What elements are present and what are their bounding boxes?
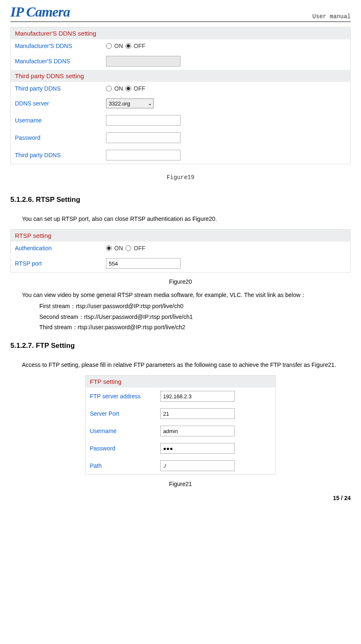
row-ddns-server: DDNS server 3322.org ⌄ <box>11 95 350 112</box>
ddns-panel: Manufacturer'S DDNS setting Manufacturer… <box>10 27 351 164</box>
input-ftp-pass[interactable] <box>160 443 235 454</box>
row-password: Password <box>11 129 350 146</box>
row-tp-ddns2: Third party DDNS <box>11 146 350 164</box>
input-mfr-ddns[interactable] <box>106 56 180 67</box>
label-ftp-path: Path <box>90 462 160 469</box>
radio-label-on: ON <box>114 43 123 49</box>
select-ddns-server[interactable]: 3322.org ⌄ <box>106 98 154 108</box>
label-mfr-ddns2: Manufactuer'S DDNS <box>15 58 106 65</box>
text-stream2: Second stream：rtsp://User:password@IP:rt… <box>39 312 351 322</box>
label-mfr-ddns: Manufacturer'S DDNS <box>15 43 106 49</box>
input-ftp-addr[interactable] <box>160 391 235 402</box>
row-mfr-ddns: Manufacturer'S DDNS ON OFF <box>11 39 350 53</box>
input-ftp-user[interactable] <box>160 426 235 436</box>
label-ftp-pass: Password <box>90 445 160 452</box>
radio-label-on: ON <box>114 245 123 251</box>
page-number: 15 / 24 <box>10 495 351 501</box>
row-ftp-addr: FTP server address <box>86 388 275 405</box>
rtsp-panel: RTSP setting Authentication ON OFF RTSP … <box>10 229 351 273</box>
row-ftp-path: Path <box>86 457 275 474</box>
radio-mfr-ddns-off[interactable] <box>125 43 131 49</box>
section-header-tp-ddns: Third party DDNS setting <box>11 70 350 82</box>
section-header-mfr-ddns: Manufacturer'S DDNS setting <box>11 27 350 39</box>
text-rtsp-intro: You can set up RTSP port, also can close… <box>10 214 351 224</box>
page-header: IP Camera User manual <box>10 4 351 22</box>
row-ftp-user: Username <box>86 422 275 440</box>
doc-title: User manual <box>313 13 351 20</box>
row-tp-ddns: Third party DDNS ON OFF <box>11 82 350 95</box>
label-tp-ddns: Third party DDNS <box>15 85 106 92</box>
radio-auth-on[interactable] <box>106 245 112 251</box>
input-rtsp-port[interactable] <box>106 258 180 269</box>
section-header-rtsp: RTSP setting <box>11 230 350 242</box>
label-ftp-port: Server Port <box>90 410 160 417</box>
figure21-caption: Figure21 <box>10 481 351 487</box>
chevron-down-icon: ⌄ <box>148 101 152 106</box>
input-tp-ddns[interactable] <box>106 150 180 160</box>
figure20-caption: Figure20 <box>10 278 351 285</box>
section-header-ftp: FTP setting <box>86 376 275 388</box>
radio-mfr-ddns-on[interactable] <box>106 43 112 49</box>
radio-auth-off[interactable] <box>125 245 131 251</box>
radio-tp-ddns-off[interactable] <box>125 86 131 91</box>
heading-rtsp: 5.1.2.6. RTSP Setting <box>10 196 351 204</box>
input-ddns-password[interactable] <box>106 132 180 143</box>
row-username: Username <box>11 112 350 129</box>
row-auth: Authentication ON OFF <box>11 242 350 255</box>
select-value: 3322.org <box>109 101 130 107</box>
label-password: Password <box>15 134 106 141</box>
heading-ftp: 5.1.2.7. FTP Setting <box>10 342 351 350</box>
text-stream3: Third stream：rtsp://user:password@IP:rts… <box>39 322 351 333</box>
text-ftp-intro: Access to FTP setting, please fill in re… <box>10 360 351 370</box>
radio-tp-ddns-on[interactable] <box>106 86 112 91</box>
label-authentication: Authentication <box>15 245 106 251</box>
radio-label-on: ON <box>114 85 123 92</box>
radio-label-off: OFF <box>134 245 145 251</box>
row-ftp-pass: Password <box>86 440 275 457</box>
row-mfr-ddns-value: Manufactuer'S DDNS <box>11 53 350 70</box>
input-ddns-username[interactable] <box>106 115 180 126</box>
ftp-panel: FTP setting FTP server address Server Po… <box>85 375 276 475</box>
row-ftp-port: Server Port <box>86 405 275 422</box>
text-stream1: First stream：rtsp://user:password@IP:rts… <box>39 301 351 311</box>
radio-label-off: OFF <box>134 43 145 49</box>
input-ftp-path[interactable] <box>160 460 235 471</box>
label-ftp-addr: FTP server address <box>90 393 160 400</box>
input-ftp-port[interactable] <box>160 408 235 419</box>
row-rtsp-port: RTSP port <box>11 255 350 272</box>
logo: IP Camera <box>10 4 70 20</box>
label-ftp-user: Username <box>90 428 160 434</box>
label-rtsp-port: RTSP port <box>15 260 106 267</box>
radio-label-off: OFF <box>134 85 145 92</box>
text-rtsp-desc: You can view video by some general RTSP … <box>10 290 351 300</box>
label-username: Username <box>15 117 106 124</box>
label-ddns-server: DDNS server <box>15 100 106 107</box>
figure19-caption: Figure19 <box>10 174 351 181</box>
label-tp-ddns2: Third party DDNS <box>15 152 106 158</box>
